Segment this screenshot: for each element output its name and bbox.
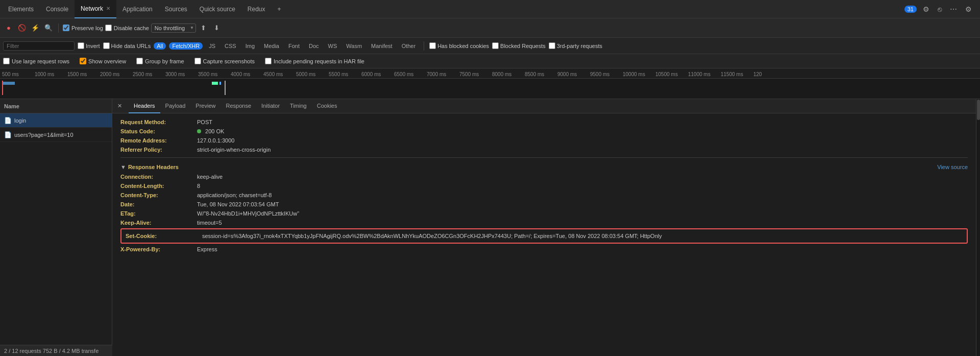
clear-button[interactable]: 🚫 — [16, 22, 28, 34]
response-headers-section-header[interactable]: ▼ Response Headers View source — [120, 161, 968, 172]
search-button[interactable]: 🔍 — [43, 22, 54, 34]
filter-pill-font[interactable]: Font — [285, 42, 303, 50]
view-source-button[interactable]: View source — [937, 164, 968, 170]
invert-checkbox[interactable]: Invert — [78, 42, 100, 49]
hide-data-urls-checkbox[interactable]: Hide data URLs — [103, 42, 151, 49]
third-party-checkbox[interactable]: 3rd-party requests — [549, 42, 602, 49]
doc-icon-users: 📄 — [4, 131, 12, 138]
filter-pill-js[interactable]: JS — [206, 42, 218, 50]
mark-11500: 11500 ms — [719, 72, 751, 77]
key-referrer-policy: Referrer Policy: — [120, 147, 197, 153]
import-icon[interactable]: ⬆ — [198, 22, 209, 34]
tab-headers[interactable]: Headers — [129, 99, 160, 113]
mark-1500: 1500 ms — [65, 72, 98, 77]
filter-pill-css[interactable]: CSS — [222, 42, 239, 50]
show-overview-input[interactable] — [80, 58, 86, 64]
mark-5500: 5500 ms — [327, 72, 359, 77]
filter-pill-manifest[interactable]: Manifest — [368, 42, 396, 50]
tab-preview[interactable]: Preview — [190, 99, 220, 113]
mark-10500: 10500 ms — [653, 72, 686, 77]
filter-pill-other[interactable]: Other — [399, 42, 419, 50]
blocked-requests-input[interactable] — [492, 42, 499, 49]
large-rows-checkbox[interactable]: Use large request rows — [3, 58, 69, 64]
preserve-log-input[interactable] — [63, 25, 69, 31]
disable-cache-checkbox[interactable]: Disable cache — [105, 25, 149, 31]
timeline-bar-login — [2, 82, 15, 85]
tab-payload[interactable]: Payload — [160, 99, 191, 113]
invert-input[interactable] — [78, 42, 84, 49]
options-bar: Use large request rows Show overview Gro… — [0, 54, 980, 68]
more-icon[interactable]: ⋯ — [948, 4, 959, 14]
filter-pill-ws[interactable]: WS — [325, 42, 340, 50]
response-headers-title: Response Headers — [128, 164, 179, 170]
resp-row-etag: ETag: W/"8-Nv24HbD1i+MHVjOdNPLzttkIKUw" — [120, 209, 968, 218]
has-blocked-cookies-input[interactable] — [429, 42, 436, 49]
show-overview-checkbox[interactable]: Show overview — [80, 58, 126, 64]
tab-cookies[interactable]: Cookies — [312, 99, 342, 113]
preserve-log-checkbox[interactable]: Preserve log — [63, 25, 103, 31]
tab-application[interactable]: Application — [116, 0, 159, 18]
filter-pill-img[interactable]: Img — [242, 42, 258, 50]
group-by-frame-input[interactable] — [136, 58, 143, 64]
tab-sources[interactable]: Sources — [159, 0, 193, 18]
tab-redux[interactable]: Redux — [241, 0, 272, 18]
vertical-scrollbar[interactable] — [976, 99, 980, 356]
timeline-bar-3 — [219, 82, 221, 85]
filter-icon[interactable]: ⚡ — [30, 22, 41, 34]
scrollbar-thumb[interactable] — [977, 100, 980, 120]
key-keep-alive: Keep-Alive: — [120, 220, 197, 226]
filter-pill-doc[interactable]: Doc — [306, 42, 322, 50]
large-rows-input[interactable] — [3, 58, 10, 64]
has-blocked-cookies-checkbox[interactable]: Has blocked cookies — [429, 42, 489, 49]
export-icon[interactable]: ⬇ — [211, 22, 223, 34]
tab-console[interactable]: Console — [40, 0, 75, 18]
tab-response[interactable]: Response — [220, 99, 256, 113]
tab-timing[interactable]: Timing — [285, 99, 312, 113]
hide-data-urls-input[interactable] — [103, 42, 110, 49]
filter-pill-media[interactable]: Media — [261, 42, 282, 50]
set-cookie-row: Set-Cookie: session-id=s%3Afog37i_rnok4x… — [126, 231, 963, 241]
close-detail-button[interactable]: ✕ — [114, 101, 125, 111]
close-network-tab[interactable]: ✕ — [106, 6, 110, 11]
capture-screenshots-checkbox[interactable]: Capture screenshots — [194, 58, 255, 64]
mark-3500: 3500 ms — [196, 72, 229, 77]
filter-pill-all[interactable]: All — [154, 42, 166, 50]
request-item-users[interactable]: 📄 users?page=1&limit=10 — [0, 128, 112, 142]
add-tab-button[interactable]: + — [272, 0, 287, 18]
capture-screenshots-input[interactable] — [194, 58, 201, 64]
filter-pill-wasm[interactable]: Wasm — [343, 42, 365, 50]
key-date: Date: — [120, 201, 197, 207]
tab-quicksource[interactable]: Quick source — [193, 0, 241, 18]
disable-cache-input[interactable] — [105, 25, 112, 31]
value-content-length: 8 — [197, 183, 200, 189]
tab-network[interactable]: Network ✕ — [75, 0, 116, 18]
third-party-input[interactable] — [549, 42, 555, 49]
request-name-login: login — [14, 117, 26, 124]
resp-row-set-cookie: Set-Cookie: session-id=s%3Afog37i_rnok4x… — [120, 228, 968, 244]
value-connection: keep-alive — [197, 174, 223, 180]
key-content-length: Content-Length: — [120, 183, 197, 189]
filter-bar: Invert Hide data URLs All Fetch/XHR JS C… — [0, 38, 980, 54]
key-x-powered-by: X-Powered-By: — [120, 246, 197, 252]
request-item-login[interactable]: 📄 login — [0, 113, 112, 128]
include-pending-checkbox[interactable]: Include pending requests in HAR file — [265, 58, 364, 64]
blocked-requests-checkbox[interactable]: Blocked Requests — [492, 42, 546, 49]
settings-icon[interactable]: ⚙ — [921, 4, 932, 14]
timeline-bar-2 — [212, 82, 218, 85]
devices-icon[interactable]: ⎋ — [936, 4, 944, 14]
customize-icon[interactable]: ⚙ — [963, 4, 974, 14]
mark-8000: 8000 ms — [490, 72, 523, 77]
group-by-frame-checkbox[interactable]: Group by frame — [136, 58, 184, 64]
value-etag: W/"8-Nv24HbD1i+MHVjOdNPLzttkIKUw" — [197, 210, 299, 217]
timeline-marks: 500 ms 1000 ms 1500 ms 2000 ms 2500 ms 3… — [0, 68, 980, 79]
resp-row-keep-alive: Keep-Alive: timeout=5 — [120, 218, 968, 227]
mark-7500: 7500 ms — [457, 72, 490, 77]
filter-separator — [424, 41, 424, 51]
record-button[interactable]: ● — [3, 22, 14, 34]
tab-elements[interactable]: Elements — [2, 0, 40, 18]
tab-initiator[interactable]: Initiator — [256, 99, 285, 113]
include-pending-input[interactable] — [265, 58, 272, 64]
filter-input[interactable] — [3, 41, 75, 51]
filter-pill-fetchxhr[interactable]: Fetch/XHR — [169, 42, 203, 50]
throttle-select[interactable]: No throttling — [151, 23, 196, 33]
